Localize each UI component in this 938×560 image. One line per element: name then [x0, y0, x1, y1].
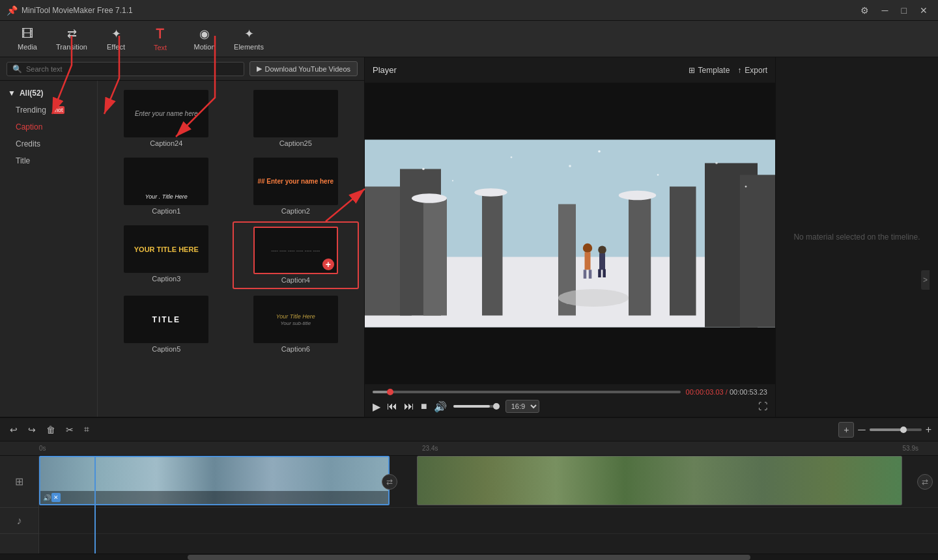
progress-thumb[interactable] — [387, 389, 393, 395]
list-item[interactable]: YOUR TITLE HERE Caption3 — [103, 221, 230, 289]
list-item[interactable]: Enter your name here Caption24 — [103, 86, 230, 151]
caption4-thumb: ---- ---- ---- ---- ---- ---- + — [253, 227, 338, 274]
timeline-scrollbar[interactable] — [0, 553, 938, 560]
video-track-row: 🔊 ✕ ⇄ — [39, 456, 938, 508]
transition-icon: ⇄ — [67, 27, 77, 41]
hot-badge: hot — [53, 106, 65, 114]
undo-button[interactable]: ↩ — [7, 423, 21, 437]
video-clip-spring[interactable] — [417, 456, 902, 505]
category-all[interactable]: ▼ All(52) — [0, 85, 97, 102]
track-label-video: ⊞ — [0, 456, 38, 508]
search-input[interactable] — [26, 65, 238, 73]
export-button[interactable]: ↑ Export — [737, 66, 767, 75]
ruler-mark-53s: 53.9s — [903, 445, 918, 452]
category-title[interactable]: Title — [0, 152, 97, 169]
caption2-thumb: ## Enter your name here — [253, 158, 338, 205]
expand-icon: ▼ — [8, 89, 16, 98]
redo-button[interactable]: ↪ — [25, 423, 39, 437]
zoom-controls: + ─ + — [838, 422, 931, 438]
caption5-thumb: TITLE — [124, 296, 208, 343]
svg-point-30 — [558, 289, 629, 307]
player-title: Player — [373, 65, 397, 75]
settings-icon[interactable]: ⚙ — [857, 4, 873, 17]
zoom-thumb[interactable] — [900, 427, 907, 433]
svg-rect-15 — [585, 252, 591, 270]
toolbar-effect[interactable]: ✦ Effect — [95, 23, 137, 55]
svg-rect-21 — [603, 269, 606, 277]
no-material-text: No material selected on the timeline. — [780, 219, 933, 255]
svg-rect-7 — [482, 193, 503, 316]
aspect-ratio-select[interactable]: 16:9 9:16 1:1 4:3 — [505, 400, 539, 413]
skip-back-button[interactable]: ⏮ — [387, 400, 397, 412]
play-button[interactable]: ▶ — [373, 400, 380, 413]
crop-button[interactable]: ⌗ — [81, 422, 92, 437]
svg-point-23 — [511, 156, 513, 158]
caption-grid-wrapper: Enter your name here Caption24 Caption25… — [98, 81, 364, 417]
list-item[interactable]: Your . Title Here Caption1 — [103, 154, 230, 219]
toolbar-text[interactable]: Ꭲ Text — [139, 23, 181, 55]
svg-rect-9 — [629, 195, 651, 316]
scrollbar-thumb[interactable] — [188, 555, 750, 560]
cut-button[interactable]: ✂ — [63, 423, 77, 437]
media-label: Media — [18, 43, 37, 51]
category-caption[interactable]: Caption — [0, 119, 97, 135]
download-youtube-button[interactable]: ▶ Download YouTube Videos — [249, 61, 358, 76]
stop-button[interactable]: ■ — [421, 400, 427, 412]
list-item[interactable]: ---- ---- ---- ---- ---- ---- + Caption4 — [233, 221, 360, 289]
list-item[interactable]: TITLE Caption5 — [103, 292, 230, 357]
time-display: 00:00:03.03 / 00:00:53.23 — [686, 388, 767, 396]
list-item[interactable]: ## Enter your name here Caption2 — [233, 154, 360, 219]
player-controls: 00:00:03.03 / 00:00:53.23 ▶ ⏮ ⏭ ■ 🔊 16:9… — [365, 384, 775, 417]
category-credits[interactable]: Credits — [0, 135, 97, 152]
maximize-button[interactable]: □ — [898, 4, 911, 17]
close-button[interactable]: ✕ — [916, 4, 931, 17]
zoom-slider[interactable] — [870, 428, 922, 431]
svg-point-14 — [583, 244, 592, 253]
add-media-button[interactable]: + — [838, 422, 854, 438]
collapse-handle[interactable]: > — [921, 270, 930, 290]
list-item[interactable]: Caption25 — [233, 86, 360, 151]
volume-icon[interactable]: 🔊 — [434, 400, 447, 413]
ruler-mark-23s: 23.4s — [422, 445, 438, 452]
add-caption4-button[interactable]: + — [322, 259, 334, 270]
elements-label: Elements — [234, 43, 264, 51]
track-label-audio: ♪ — [0, 508, 38, 534]
video-clip-snow[interactable]: 🔊 ✕ — [39, 456, 390, 505]
template-button[interactable]: ⊞ Template — [689, 66, 730, 75]
chevron-right-icon: > — [923, 275, 928, 285]
category-trending[interactable]: Trending hot — [0, 102, 97, 119]
volume-thumb[interactable] — [493, 403, 500, 410]
svg-rect-17 — [589, 270, 592, 279]
skip-forward-button[interactable]: ⏭ — [404, 400, 414, 412]
progress-bar[interactable] — [373, 391, 681, 393]
svg-rect-16 — [584, 270, 587, 279]
motion-icon: ◉ — [199, 27, 210, 41]
zoom-in-button[interactable]: + — [926, 424, 931, 436]
svg-point-11 — [412, 193, 447, 203]
toolbar-elements[interactable]: ✦ Elements — [228, 23, 270, 55]
list-item[interactable]: Your Title HereYour sub-title Caption6 — [233, 292, 360, 357]
motion-label: Motion — [193, 43, 215, 51]
zoom-out-button[interactable]: ─ — [858, 424, 865, 436]
swap-clips-button[interactable]: ⇄ — [382, 474, 397, 490]
clip-delete-icon[interactable]: ✕ — [51, 493, 61, 502]
svg-rect-19 — [599, 253, 605, 270]
delete-button[interactable]: 🗑 — [43, 423, 59, 437]
minimize-button[interactable]: ─ — [878, 4, 892, 17]
timeline-toolbar: ↩ ↪ 🗑 ✂ ⌗ + ─ + — [0, 418, 938, 441]
swap-clips2-button[interactable]: ⇄ — [917, 474, 933, 490]
svg-point-13 — [619, 191, 657, 200]
svg-point-24 — [598, 150, 601, 153]
caption25-thumb — [253, 90, 338, 137]
toolbar-motion[interactable]: ◉ Motion — [184, 23, 225, 55]
video-preview — [365, 83, 775, 384]
toolbar-media[interactable]: 🎞 Media — [7, 23, 48, 55]
timeline-area: ↩ ↪ 🗑 ✂ ⌗ + ─ + 0s 23.4s 53.9s ⊞ ♪ — [0, 417, 938, 560]
volume-slider[interactable] — [453, 405, 499, 408]
text-icon: Ꭲ — [156, 27, 164, 42]
svg-rect-5 — [740, 175, 775, 328]
fullscreen-button[interactable]: ⛶ — [758, 401, 767, 412]
swap-icon2: ⇄ — [922, 477, 928, 486]
caption5-label: Caption5 — [152, 345, 180, 353]
toolbar-transition[interactable]: ⇄ Transition — [51, 23, 92, 55]
